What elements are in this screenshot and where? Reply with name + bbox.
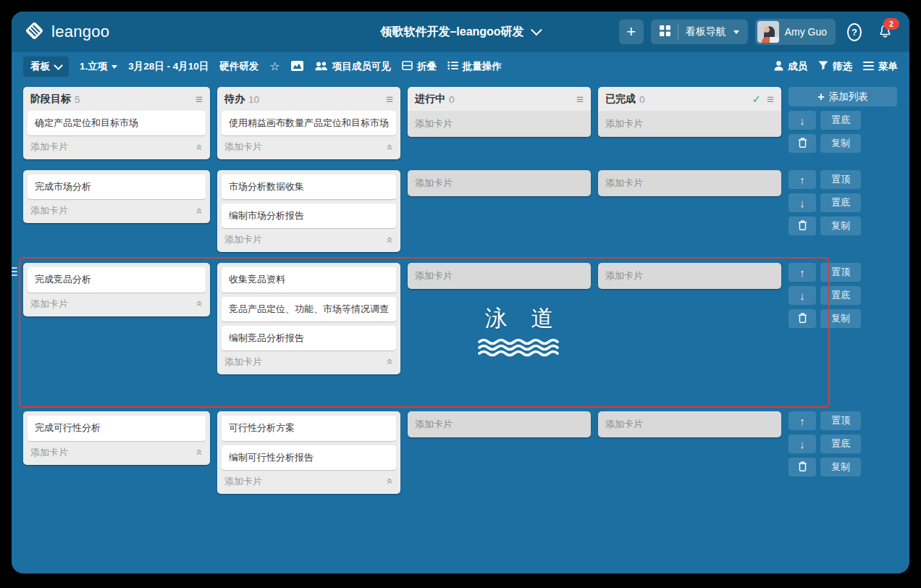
add-card-bar[interactable]: 添加卡片 [598,170,781,196]
move-lane-down-button[interactable]: ↓ [788,111,816,130]
leangoo-logo-icon [25,21,44,43]
add-card-bar[interactable]: 添加卡片 [598,111,781,137]
lane-to-top-button[interactable]: 置顶 [820,411,861,430]
collapse-up-icon[interactable]: « [193,449,206,455]
kanban-card[interactable]: 竞品产品定位、功能、市场等情况调查 [222,297,396,322]
move-lane-up-button[interactable]: ↑ [788,411,816,430]
kanban-card[interactable]: 完成竞品分析 [28,267,206,292]
collapse-up-icon[interactable]: « [193,144,206,150]
collapse-up-icon[interactable]: « [384,359,396,365]
kanban-card[interactable]: 可行性分析方案 [222,416,396,440]
copy-lane-button[interactable]: 复制 [820,458,861,476]
kanban-card[interactable]: 完成市场分析 [28,175,206,199]
list-menu-icon[interactable]: ≡ [576,93,584,106]
move-lane-down-button[interactable]: ↓ [788,286,816,305]
collapse-up-icon[interactable]: « [384,237,396,243]
collapse-toggle[interactable]: 折叠 [402,60,437,73]
add-list-button[interactable]: + 添加列表 [788,87,897,106]
brand[interactable]: leangoo [25,21,109,43]
create-board-button[interactable]: + [619,20,644,44]
statistics-button[interactable] [291,61,303,73]
lane-to-top-button[interactable]: 置顶 [820,170,861,189]
avatar [757,21,779,43]
members-button[interactable]: 成员 [774,60,807,73]
help-button[interactable]: ? [843,20,866,44]
list-header: 待办 10 ≡ [217,87,400,111]
add-card-footer[interactable]: 添加卡片 « [23,441,210,465]
add-card-bar[interactable]: 添加卡片 [408,170,591,196]
collapse-up-icon[interactable]: « [193,208,206,214]
add-card-bar[interactable]: 添加卡片 [408,263,591,289]
move-lane-down-button[interactable]: ↓ [788,193,816,212]
board-title-dropdown[interactable]: 领歌软件开发–leangoo研发 [380,12,540,52]
copy-lane-button[interactable]: 复制 [820,217,861,235]
move-lane-up-button[interactable]: ↑ [788,263,816,282]
delete-lane-button[interactable] [788,458,816,476]
kanban-card[interactable]: 编制市场分析报告 [222,203,396,228]
delete-lane-button[interactable] [788,134,816,153]
menu-icon [863,62,874,72]
collapse-up-icon[interactable]: « [384,479,396,484]
lane-actions: + 添加列表 ↓ 置底 [788,87,897,153]
delete-lane-button[interactable] [788,309,816,328]
lane-to-bottom-button[interactable]: 置底 [820,193,861,212]
sprint-selector[interactable]: 1.立项 [80,60,117,73]
chevron-down-icon [531,25,542,36]
kanban-card[interactable]: 完成可行性分析 [28,416,206,440]
copy-lane-button[interactable]: 复制 [820,134,861,153]
collapse-up-icon[interactable]: « [193,301,206,306]
kanban-card[interactable]: 使用精益画布数量产品定位和目标市场 [222,111,396,135]
copy-lane-button[interactable]: 复制 [820,309,861,328]
lane-to-bottom-button[interactable]: 置底 [820,111,861,130]
board-nav-button[interactable]: 看板导航 [651,20,748,44]
menu-button[interactable]: 菜单 [863,60,898,73]
add-card-label: 添加卡片 [224,356,262,369]
app-window: leangoo 领歌软件开发–leangoo研发 + 看板导航 [12,12,909,574]
lane-to-bottom-button[interactable]: 置底 [820,434,861,453]
trash-icon [798,220,807,232]
swimlane-drag-handle-icon[interactable] [12,267,17,276]
kanban-card[interactable]: 市场分析数据收集 [222,175,396,199]
kanban-card[interactable]: 收集竞品资料 [222,267,396,292]
add-card-footer[interactable]: 添加卡片 « [23,135,210,159]
filter-button[interactable]: 筛选 [818,60,852,73]
kanban-card[interactable]: 编制竞品分析报告 [222,326,396,350]
add-card-bar[interactable]: 添加卡片 [598,411,781,437]
list-menu-icon[interactable]: ≡ [767,93,774,106]
star-icon: ☆ [269,61,279,72]
add-card-footer[interactable]: 添加卡片 « [23,293,210,316]
list-menu-icon[interactable]: ≡ [195,93,203,106]
member-icon [774,61,783,73]
add-card-bar[interactable]: 添加卡片 [598,263,781,289]
notifications-button[interactable]: 2 [873,20,896,44]
members-label: 成员 [788,60,807,73]
board-menu-button[interactable]: 看板 [23,56,69,77]
add-card-footer[interactable]: 添加卡片 « [217,135,400,159]
move-lane-up-button[interactable]: ↑ [788,170,816,189]
favorite-button[interactable]: ☆ [269,61,279,72]
add-card-label: 添加卡片 [30,446,68,459]
arrow-down-icon: ↓ [799,114,805,127]
add-card-footer[interactable]: 添加卡片 « [23,199,210,223]
lane-to-bottom-button[interactable]: 置底 [820,286,861,305]
add-card-footer[interactable]: 添加卡片 « [217,350,400,374]
caret-down-icon [733,30,739,34]
card-list: 市场分析数据收集 编制市场分析报告 [217,170,400,228]
lane-to-top-button[interactable]: 置顶 [820,263,861,282]
kanban-card[interactable]: 编制可行性分析报告 [222,445,396,470]
add-card-footer[interactable]: 添加卡片 « [217,470,400,494]
collapse-up-icon[interactable]: « [384,144,396,150]
move-lane-down-button[interactable]: ↓ [788,434,816,453]
add-card-bar[interactable]: 添加卡片 [408,111,591,137]
delete-lane-button[interactable] [788,217,816,235]
board-tag[interactable]: 硬件研发 [219,60,258,73]
add-card-footer[interactable]: 添加卡片 « [217,228,400,252]
list-goal: 阶段目标 5 ≡ 确定产品定位和目标市场 添加卡片 « [23,87,210,159]
board-nav-label: 看板导航 [686,25,726,38]
add-card-bar[interactable]: 添加卡片 [408,411,591,437]
batch-operations[interactable]: 批量操作 [447,60,502,73]
list-menu-icon[interactable]: ≡ [386,93,393,106]
user-menu-button[interactable]: Amy Guo [755,19,836,45]
visibility-setting[interactable]: 项目成员可见 [314,60,391,73]
kanban-card[interactable]: 确定产品定位和目标市场 [28,111,206,135]
